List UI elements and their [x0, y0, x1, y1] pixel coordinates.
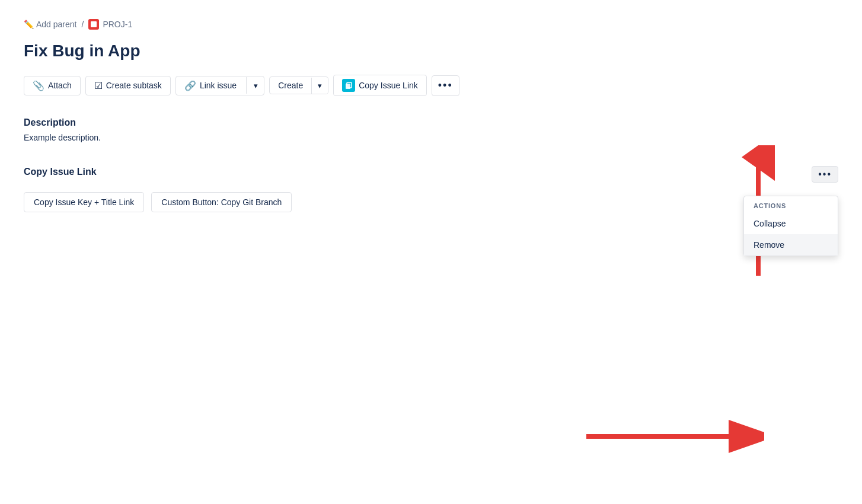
arrow-right-indicator [586, 419, 764, 457]
add-parent-label: Add parent [36, 20, 77, 29]
description-title: Description [24, 117, 838, 128]
description-text: Example description. [24, 133, 838, 142]
proj-icon [88, 19, 99, 30]
breadcrumb-proj[interactable]: PROJ-1 [88, 19, 132, 30]
add-parent-link[interactable]: ✏️ Add parent [24, 20, 77, 29]
link-issue-label: Link issue [200, 81, 237, 90]
copy-issue-link-button[interactable]: Copy Issue Link [333, 75, 427, 96]
copy-issue-section-title: Copy Issue Link [24, 167, 97, 177]
section-header: Copy Issue Link ••• [24, 166, 838, 183]
copy-issue-icon [342, 79, 355, 92]
link-issue-button[interactable]: 🔗 Link issue [176, 76, 245, 95]
pencil-icon: ✏️ [24, 20, 34, 29]
link-issue-group: 🔗 Link issue ▾ [175, 76, 264, 95]
breadcrumb-proj-label: PROJ-1 [103, 20, 132, 29]
chevron-down-icon-2: ▾ [318, 81, 322, 90]
copy-issue-link-label: Copy Issue Link [359, 81, 418, 90]
description-section: Description Example description. [24, 117, 838, 142]
create-subtask-label: Create subtask [106, 81, 162, 90]
create-dropdown-button[interactable]: ▾ [311, 78, 328, 94]
chevron-down-icon: ▾ [254, 81, 258, 90]
create-subtask-button[interactable]: ☑ Create subtask [85, 76, 171, 95]
more-actions-button[interactable]: ••• [432, 75, 459, 96]
attach-button[interactable]: 📎 Attach [24, 76, 81, 95]
breadcrumb-separator: / [82, 20, 84, 29]
breadcrumb: ✏️ Add parent / PROJ-1 [24, 19, 838, 30]
toolbar: 📎 Attach ☑ Create subtask 🔗 Link issue ▾… [24, 75, 838, 96]
page-title: Fix Bug in App [24, 42, 838, 60]
link-icon: 🔗 [184, 80, 196, 91]
link-issue-chevron[interactable]: ▾ [248, 78, 264, 94]
copy-issue-link-section: Copy Issue Link ••• Copy Issue Key + Tit… [24, 166, 838, 212]
section-buttons: Copy Issue Key + Title Link Custom Butto… [24, 192, 838, 212]
remove-action[interactable]: Remove [744, 234, 838, 256]
actions-header: ACTIONS [744, 196, 838, 213]
collapse-action[interactable]: Collapse [744, 213, 838, 234]
create-group: Create ▾ [269, 76, 328, 94]
subtask-icon: ☑ [94, 80, 103, 91]
actions-dropdown-menu: ACTIONS Collapse Remove [743, 196, 838, 256]
copy-key-title-link-button[interactable]: Copy Issue Key + Title Link [24, 192, 144, 212]
toolbar-divider [246, 77, 247, 94]
create-button[interactable]: Create [270, 77, 311, 94]
paperclip-icon: 📎 [33, 80, 44, 91]
section-more-button[interactable]: ••• [812, 166, 838, 183]
copy-git-branch-button[interactable]: Custom Button: Copy Git Branch [151, 192, 292, 212]
attach-label: Attach [48, 81, 72, 90]
